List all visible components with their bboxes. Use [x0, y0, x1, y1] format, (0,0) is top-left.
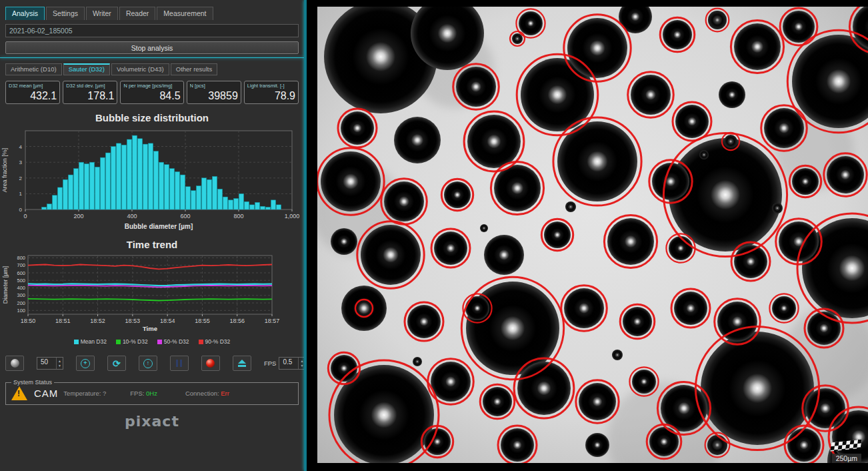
metric-label: N [pcs]: [190, 83, 238, 89]
metric-value: 78.9: [247, 90, 295, 102]
warning-icon: !: [11, 386, 27, 400]
result-tab-sauter-d32[interactable]: Sauter (D32): [63, 63, 110, 75]
result-tab-volumetric-d43[interactable]: Volumetric (D43): [111, 63, 169, 75]
svg-text:4: 4: [19, 144, 23, 150]
measurement-name-input[interactable]: [5, 24, 299, 37]
svg-text:300: 300: [17, 292, 25, 298]
metric-label: N per image [pcs/img]: [123, 83, 180, 89]
bubble-size-distribution-chart: 02004006008001,00001234Bubble diameter […: [0, 125, 304, 231]
histogram-title: Bubble size distribution: [0, 112, 304, 123]
spinner-arrows[interactable]: ▲▼: [298, 358, 304, 369]
svg-text:400: 400: [17, 285, 25, 291]
legend-swatch: [157, 340, 162, 344]
spinner-value: 50: [37, 358, 56, 369]
svg-text:3: 3: [19, 159, 23, 165]
svg-text:18:56: 18:56: [229, 318, 245, 324]
spinner-arrows[interactable]: ▲▼: [56, 358, 63, 369]
svg-text:2: 2: [19, 175, 23, 181]
svg-text:Bubble diameter [µm]: Bubble diameter [µm]: [125, 223, 193, 230]
svg-text:800: 800: [233, 213, 243, 219]
metric-d32-mean-m: D32 mean [µm]432.1: [5, 81, 60, 104]
legend-90-d32: 90-% D32: [199, 338, 231, 345]
metric-label: D32 std dev. [µm]: [66, 83, 114, 89]
metric-value: 39859: [190, 90, 238, 102]
svg-text:18:53: 18:53: [125, 318, 141, 324]
pause-button[interactable]: [170, 356, 189, 371]
svg-text:18:54: 18:54: [160, 318, 175, 324]
connection-status-label: Connection:: [185, 390, 219, 397]
legend-mean-d32: Mean D32: [74, 338, 107, 345]
svg-text:0: 0: [23, 213, 27, 219]
svg-text:Time: Time: [143, 325, 157, 332]
circle-plus-icon: +: [81, 359, 90, 368]
upload-button[interactable]: ↑: [139, 356, 157, 371]
svg-text:200: 200: [73, 213, 83, 219]
metric-value: 432.1: [9, 90, 57, 102]
svg-text:400: 400: [127, 213, 137, 219]
svg-text:18:50: 18:50: [21, 318, 36, 324]
tab-writer[interactable]: Writer: [86, 7, 118, 20]
control-panel: AnalysisSettingsWriterReaderMeasurement …: [0, 0, 304, 471]
svg-text:700: 700: [17, 262, 25, 268]
metric-label: Light transmit. [-]: [247, 83, 295, 89]
fps-status-label: FPS:: [130, 390, 144, 397]
camera-view-pane: 250µm: [307, 0, 868, 471]
pause-icon: [175, 358, 183, 370]
svg-text:600: 600: [180, 213, 190, 219]
svg-text:18:55: 18:55: [195, 318, 210, 324]
result-tab-other-results[interactable]: Other results: [171, 63, 217, 75]
scale-widget: 250µm: [831, 440, 861, 463]
spinner-value: 0.5: [279, 358, 298, 369]
system-status-panel: System Status ! CAM Temperature: ? FPS: …: [5, 379, 299, 405]
svg-text:800: 800: [17, 255, 25, 261]
svg-text:600: 600: [17, 270, 25, 276]
scale-checker-icon: [830, 439, 862, 451]
legend-swatch: [74, 340, 79, 344]
tab-measurement[interactable]: Measurement: [157, 7, 213, 20]
legend-swatch: [116, 340, 121, 344]
fps-spinner[interactable]: FPS0.5▲▼: [264, 357, 304, 370]
temperature-label: Temperature: ?: [63, 390, 106, 397]
connection-status-value: Err: [221, 390, 229, 397]
metric-n-per-image-pcs-img: N per image [pcs/img]84.5: [120, 81, 183, 104]
metrics-row: D32 mean [µm]432.1D32 std dev. [µm]178.1…: [5, 81, 299, 104]
svg-text:18:57: 18:57: [265, 318, 280, 324]
svg-text:100: 100: [17, 308, 25, 314]
ball-button[interactable]: [5, 356, 24, 371]
refresh-button[interactable]: ⟳: [107, 356, 126, 371]
svg-text:Area fraction [%]: Area fraction [%]: [1, 148, 8, 193]
svg-text:1,000: 1,000: [285, 213, 300, 219]
metric-value: 84.5: [123, 90, 180, 102]
zoom-in-button[interactable]: +: [76, 356, 95, 371]
svg-text:0: 0: [19, 207, 23, 213]
pixact-logo: pixact: [0, 413, 304, 430]
circle-refresh-icon: ⟳: [113, 359, 121, 368]
trend-title: Time trend: [0, 239, 304, 250]
tab-settings[interactable]: Settings: [46, 7, 85, 20]
main-tabbar: AnalysisSettingsWriterReaderMeasurement: [0, 0, 304, 20]
trend-legend: Mean D3210-% D3250-% D3290-% D32: [0, 338, 304, 345]
tab-reader[interactable]: Reader: [119, 7, 155, 20]
result-tab-arithmetic-d10[interactable]: Arithmetic (D10): [5, 63, 62, 75]
acquisition-toolbar: 50▲▼+⟳↑FPS0.5▲▼: [5, 356, 299, 371]
svg-text:500: 500: [17, 278, 25, 284]
legend-10-d32: 10-% D32: [116, 338, 148, 345]
time-trend-chart: 18:5018:5118:5218:5318:5418:5518:5618:57…: [0, 252, 304, 337]
sphere-red-icon: [206, 359, 215, 368]
svg-text:Diameter [µm]: Diameter [µm]: [2, 266, 9, 304]
svg-text:18:51: 18:51: [55, 318, 71, 324]
tab-analysis[interactable]: Analysis: [5, 7, 45, 20]
eject-button[interactable]: [233, 356, 251, 371]
legend-swatch: [199, 340, 203, 344]
bubble-image: [317, 7, 868, 463]
stop-analysis-button[interactable]: Stop analysis: [5, 41, 299, 54]
fps-status: FPS: 0Hz: [130, 390, 157, 397]
result-tabbar: Arithmetic (D10)Sauter (D32)Volumetric (…: [0, 58, 304, 75]
metric-label: D32 mean [µm]: [9, 83, 57, 89]
metric-d32-std-dev-m: D32 std dev. [µm]178.1: [63, 81, 117, 104]
record-button[interactable]: [201, 356, 220, 371]
connection-status: Connection: Err: [185, 390, 229, 397]
sphere-gray-icon: [11, 359, 19, 368]
circle-up-icon: ↑: [143, 359, 153, 368]
count-spinner[interactable]: 50▲▼: [37, 357, 63, 370]
